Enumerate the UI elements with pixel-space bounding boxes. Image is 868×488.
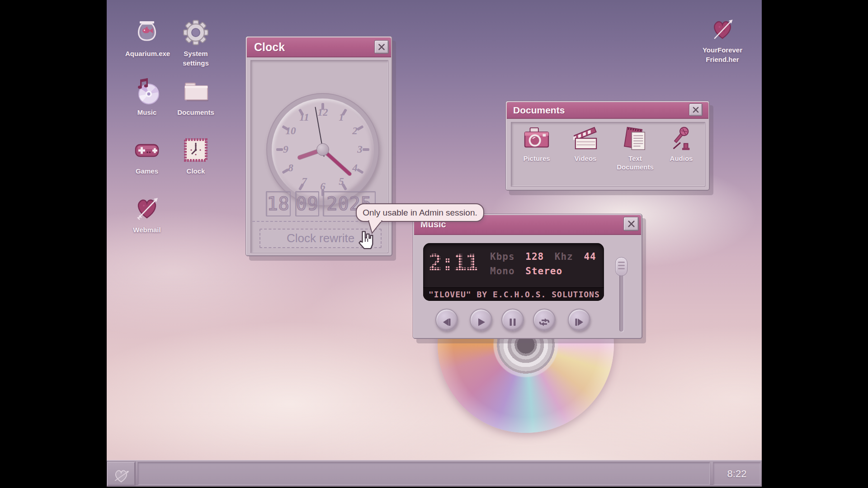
dial-number: 12 xyxy=(318,107,328,118)
documents-window-title: Documents xyxy=(513,102,565,118)
gamepad-icon xyxy=(132,136,161,164)
volume-slider-thumb[interactable] xyxy=(615,257,627,276)
dial-number: 11 xyxy=(299,112,309,123)
documents-item-videos[interactable]: Videos xyxy=(562,126,609,163)
lcd-track-marquee: "ILOVEU" BY E.C.H.O.S. SOLUTIONS xyxy=(423,287,604,301)
documents-item-label: Pictures xyxy=(513,154,560,163)
dial-number: 4 xyxy=(352,162,358,174)
previous-button[interactable] xyxy=(435,309,458,331)
desktop-icon-label: Webmail xyxy=(125,225,169,235)
close-icon xyxy=(626,218,637,230)
cd-note-icon xyxy=(132,77,161,106)
desktop-icon-system-settings[interactable]: System settings xyxy=(174,18,217,68)
desktop-icon-aquarium[interactable]: Aquarium.exe xyxy=(125,18,169,58)
desktop-icon-label: System settings xyxy=(174,49,217,68)
desktop-icon-label: YourForever Friend.her xyxy=(698,45,747,64)
fishbowl-icon xyxy=(132,18,161,47)
play-button[interactable] xyxy=(470,309,492,331)
lcd-channel-line: Mono Stereo xyxy=(490,266,567,277)
microphone-icon xyxy=(667,126,695,151)
lcd-bitrate-line: Kbps 128 Khz 44 xyxy=(490,251,601,262)
desktop-icon-label: Documents xyxy=(174,108,217,117)
clock-window-titlebar[interactable]: Clock xyxy=(247,38,391,57)
clock-window-title: Clock xyxy=(254,38,285,56)
notepad-icon xyxy=(621,126,649,151)
repeat-icon xyxy=(538,316,550,328)
play-icon xyxy=(475,316,487,328)
desktop-icon-webmail[interactable]: Webmail xyxy=(125,194,169,235)
clock-tick xyxy=(363,148,369,151)
desktop-icon-music[interactable]: Music xyxy=(125,77,169,117)
music-window-close-button[interactable] xyxy=(623,217,639,231)
desktop-screen: Aquarium.exe System settings xyxy=(107,0,762,487)
desktop-icon-games[interactable]: Games xyxy=(125,136,169,176)
desktop-icon-documents[interactable]: Documents xyxy=(174,77,217,117)
lcd-elapsed-time: 2:11 xyxy=(429,249,477,276)
desktop-icon-clock[interactable]: Clock xyxy=(174,136,217,176)
desktop-icon-label: Clock xyxy=(174,166,217,176)
documents-item-label: Audios xyxy=(658,154,705,163)
lcd-khz-label: Khz xyxy=(555,251,573,262)
dial-number: 2 xyxy=(352,125,358,137)
documents-window-titlebar[interactable]: Documents xyxy=(507,102,708,119)
heart-arrow-icon xyxy=(132,194,161,223)
tooltip-bubble: Only usable in Admin session. xyxy=(356,203,484,222)
next-button[interactable] xyxy=(568,309,590,331)
lcd-mono-label: Mono xyxy=(490,266,515,277)
desktop-icon-label: Games xyxy=(125,166,169,176)
heart-arrow-start-icon xyxy=(111,467,131,484)
desktop-icon-label: Aquarium.exe xyxy=(125,49,169,58)
wall-clock-icon xyxy=(181,136,210,164)
taskbar-tray xyxy=(137,462,710,485)
gear-icon xyxy=(181,18,210,47)
clapperboard-icon xyxy=(571,126,599,151)
music-window: Music 2:11 Kbps 128 Khz 44 Mono Stereo "… xyxy=(413,214,642,339)
date-day-value: 18 xyxy=(267,193,289,214)
clock-tick xyxy=(276,148,283,151)
documents-item-pictures[interactable]: Pictures xyxy=(513,126,560,163)
folder-icon xyxy=(181,77,210,106)
pause-button[interactable] xyxy=(501,309,524,331)
dial-number: 3 xyxy=(357,144,363,155)
taskbar: 8:22 xyxy=(107,460,762,487)
close-icon xyxy=(691,105,701,115)
camera-icon xyxy=(523,126,551,151)
dial-number: 5 xyxy=(339,176,344,188)
dial-number: 8 xyxy=(288,162,293,174)
lcd-khz-value: 44 xyxy=(584,251,596,262)
repeat-button[interactable] xyxy=(533,309,556,331)
lcd-stereo-label: Stereo xyxy=(525,266,562,277)
clock-center-cap xyxy=(316,143,329,156)
documents-item-label: Videos xyxy=(562,154,609,163)
heart-arrow-icon xyxy=(709,16,736,43)
close-icon xyxy=(376,42,387,52)
documents-item-audios[interactable]: Audios xyxy=(658,126,705,163)
next-icon xyxy=(573,316,585,328)
dial-number: 1 xyxy=(339,112,344,123)
cursor-hand-icon xyxy=(356,230,373,250)
desktop-icon-your-forever[interactable]: YourForever Friend.her xyxy=(698,16,747,64)
clock-window-close-button[interactable] xyxy=(374,40,389,54)
analog-clock: 12 1 2 3 4 5 6 7 8 9 10 11 xyxy=(266,93,379,206)
date-month-field[interactable]: 09 xyxy=(295,191,319,216)
dial-number: 9 xyxy=(283,144,288,155)
start-button[interactable] xyxy=(107,461,136,486)
lcd-kbps-label: Kbps xyxy=(490,251,515,262)
documents-window-close-button[interactable] xyxy=(689,103,703,116)
taskbar-clock[interactable]: 8:22 xyxy=(713,462,761,485)
documents-item-text-documents[interactable]: Text Documents xyxy=(612,126,659,171)
admin-tooltip: Only usable in Admin session. xyxy=(356,203,484,222)
previous-icon xyxy=(441,316,453,328)
dial-number: 7 xyxy=(302,176,307,188)
lcd-kbps-value: 128 xyxy=(525,251,544,262)
documents-item-label: Text Documents xyxy=(612,154,659,171)
lcd-display: 2:11 Kbps 128 Khz 44 Mono Stereo "ILOVEU… xyxy=(423,243,604,301)
dial-number: 10 xyxy=(286,125,296,137)
documents-window: Documents Pictures xyxy=(505,101,710,191)
desktop-icon-label: Music xyxy=(125,108,169,117)
date-day-field[interactable]: 18 xyxy=(266,191,291,216)
date-month-value: 09 xyxy=(296,193,318,214)
pause-icon xyxy=(507,316,519,328)
documents-panel: Pictures Videos xyxy=(511,122,705,187)
